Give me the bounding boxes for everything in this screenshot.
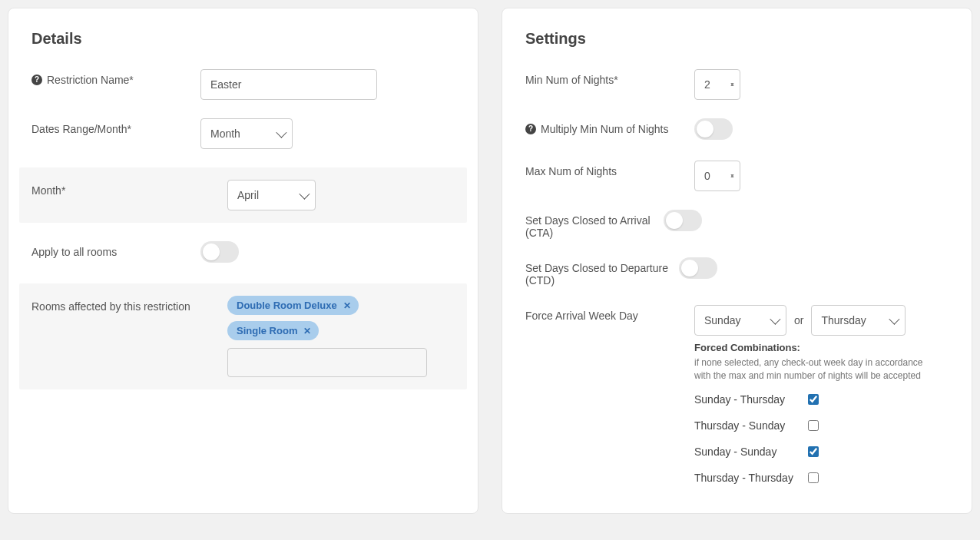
room-tag: Single Room ✕ (227, 321, 319, 340)
rooms-tag-list: Double Room Deluxe ✕ Single Room ✕ (227, 296, 427, 377)
chevron-down-icon (276, 128, 286, 138)
combo-label: Sunday - Thursday (694, 393, 794, 406)
combo-checkbox[interactable] (808, 472, 819, 483)
dates-range-value: Month (210, 128, 240, 140)
max-nights-label: Max Num of Nights (525, 165, 617, 177)
rooms-affected-label: Rooms affected by this restriction (31, 300, 190, 313)
combo-label: Sunday - Sunday (694, 446, 794, 458)
force-arrival-label: Force Arrival Week Day (525, 310, 638, 322)
room-tag-label: Single Room (237, 325, 297, 336)
month-select[interactable]: April (227, 180, 316, 210)
apply-all-rooms-toggle[interactable] (200, 241, 239, 263)
dates-range-select[interactable]: Month (200, 118, 293, 149)
min-nights-label: Min Num of Nights* (525, 74, 618, 86)
combo-checkbox[interactable] (808, 446, 819, 457)
combo-checkbox[interactable] (808, 394, 819, 405)
dates-range-label: Dates Range/Month* (31, 123, 131, 135)
combo-label: Thursday - Thursday (694, 472, 794, 484)
month-label: Month* (31, 184, 65, 197)
help-icon[interactable]: ? (525, 124, 536, 134)
remove-tag-icon[interactable]: ✕ (303, 326, 311, 336)
settings-card: Settings Min Num of Nights* 2 ▲▼ ? Multi… (502, 8, 972, 514)
chevron-down-icon (770, 314, 780, 325)
cta-label: Set Days Closed to Arrival (CTA) (525, 214, 664, 239)
min-nights-input[interactable]: 2 ▲▼ (694, 69, 740, 100)
settings-title: Settings (525, 30, 949, 48)
month-value: April (237, 189, 259, 201)
chevron-down-icon (299, 189, 310, 200)
details-card: Details ? Restriction Name* Dates Range/… (8, 8, 478, 514)
room-tag: Double Room Deluxe ✕ (227, 296, 359, 315)
force-day1-select[interactable]: Sunday (694, 305, 786, 336)
force-day2-value: Thursday (821, 314, 866, 326)
combo-row: Sunday - Thursday (694, 392, 949, 407)
combo-checkbox[interactable] (808, 420, 819, 431)
combo-row: Thursday - Sunday (694, 418, 949, 433)
chevron-down-icon (889, 314, 899, 325)
or-text: or (794, 314, 803, 326)
multiply-min-toggle[interactable] (694, 118, 733, 140)
max-nights-value: 0 (704, 170, 710, 182)
ctd-label: Set Days Closed to Departure (CTD) (525, 262, 679, 287)
apply-all-rooms-label: Apply to all rooms (31, 246, 117, 258)
max-nights-input[interactable]: 0 ▲▼ (694, 161, 740, 191)
restriction-name-input[interactable] (200, 69, 377, 100)
room-tag-label: Double Room Deluxe (237, 300, 337, 311)
force-day2-select[interactable]: Thursday (811, 305, 905, 336)
forced-combinations-hint: if none selected, any check-out week day… (694, 356, 940, 383)
min-nights-value: 2 (704, 78, 710, 91)
remove-tag-icon[interactable]: ✕ (343, 300, 351, 311)
combo-row: Sunday - Sunday (694, 444, 949, 459)
help-icon[interactable]: ? (31, 75, 42, 85)
multiply-min-label: Multiply Min Num of Nights (541, 123, 669, 135)
restriction-name-label: Restriction Name* (47, 74, 134, 86)
combo-row: Thursday - Thursday (694, 470, 949, 485)
ctd-toggle[interactable] (679, 257, 717, 279)
combo-label: Thursday - Sunday (694, 419, 794, 432)
details-title: Details (31, 30, 455, 48)
cta-toggle[interactable] (664, 210, 702, 231)
forced-combinations-title: Forced Combinations: (694, 342, 949, 353)
force-day1-value: Sunday (704, 314, 740, 326)
room-tag-input[interactable] (227, 348, 427, 377)
